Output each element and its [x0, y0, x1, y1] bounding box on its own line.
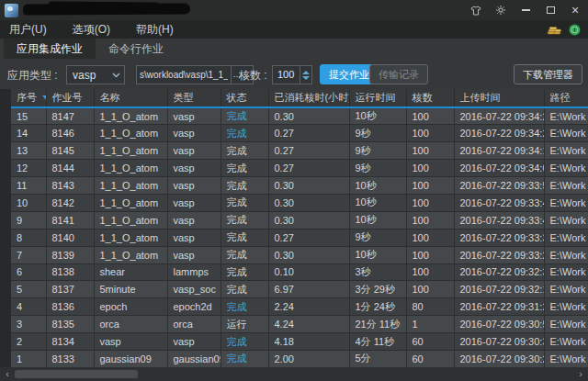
table-row[interactable]: 1181431_1_O_atomvasp完成0.3010秒1002016-07-… [11, 177, 588, 195]
cell-core-hours: 0.30 [268, 107, 349, 125]
column-header-path[interactable]: 路径 [544, 89, 588, 107]
table-row[interactable]: 68138shearlammps完成0.103秒1002016-07-22 09… [11, 263, 588, 281]
cell-path: E:\Work [544, 211, 588, 229]
cell-type: epoch2d [167, 298, 220, 316]
cell-status: 完成 [220, 281, 268, 298]
table-row[interactable]: 581375minutevasp_soc完成6.973分 29秒1002016-… [11, 281, 588, 298]
table-row[interactable]: 18133gaussian09gaussian09完成2.005分602016-… [11, 350, 588, 367]
table-row[interactable]: 1081421_1_O_atomvasp完成0.3010秒1002016-07-… [11, 194, 588, 211]
tab-app-integrated-jobs[interactable]: 应用集成作业 [4, 39, 96, 59]
cell-job-id: 8146 [46, 125, 94, 142]
cell-runtime: 9秒 [349, 125, 406, 142]
table-row[interactable]: 781391_1_O_atomvasp完成0.3010秒1002016-07-2… [11, 246, 588, 263]
cell-runtime: 10秒 [349, 211, 406, 229]
cell-upload-time: 2016-07-22 09:30:36 [454, 333, 544, 351]
cores-stepper[interactable]: 100 [272, 65, 312, 84]
cell-path: E:\Work [544, 333, 588, 351]
cell-status: 完成 [220, 350, 268, 367]
table-row[interactable]: 1381451_1_O_atomvasp完成0.279秒1002016-07-2… [11, 142, 588, 160]
cell-name: 1_1_O_atom [94, 107, 167, 125]
cell-status: 完成 [220, 107, 268, 125]
cell-path: E:\Work [544, 177, 588, 195]
app-type-value: vasp [73, 69, 96, 82]
gear-icon[interactable] [493, 3, 508, 17]
cell-no: 15 [11, 107, 46, 125]
scroll-left-icon[interactable]: ‹ [2, 368, 13, 380]
stepper-down-icon[interactable] [302, 76, 310, 80]
chevron-down-icon [112, 73, 120, 78]
cell-runtime: 10秒 [349, 177, 406, 195]
table-row[interactable]: 48136epochepoch2d完成2.241分 24秒802016-07-2… [11, 298, 588, 316]
close-icon[interactable]: × [568, 3, 582, 17]
cell-status: 完成 [220, 263, 268, 281]
table-row[interactable]: 881401_1_O_atomvasp完成0.279秒1002016-07-22… [11, 229, 588, 246]
column-header-job-id[interactable]: 作业号 [46, 89, 94, 107]
column-header-no[interactable]: 序号 [11, 89, 46, 107]
cell-name: 1_1_O_atom [94, 142, 167, 160]
column-header-name[interactable]: 名称 [94, 89, 167, 107]
menu-options[interactable]: 选项(O) [63, 20, 119, 39]
download-manager-button[interactable]: 下载管理器 [514, 64, 582, 84]
table-row[interactable]: 1581471_1_O_atomvasp完成0.3010秒1002016-07-… [11, 107, 588, 125]
cell-path: E:\Work [544, 125, 588, 142]
cell-runtime: 21分 11秒 [349, 316, 406, 333]
stepper-up-icon[interactable] [302, 71, 310, 74]
scroll-right-icon[interactable]: › [575, 368, 586, 380]
cell-path: E:\Work [544, 246, 588, 263]
menu-user[interactable]: 用户(U) [0, 20, 56, 39]
cell-core-hours: 0.27 [268, 160, 349, 177]
cell-type: lammps [167, 263, 220, 281]
cell-upload-time: 2016-07-22 09:34:21 [454, 125, 544, 142]
minimize-icon[interactable] [518, 3, 533, 17]
table-row[interactable]: 981411_1_O_atomvasp完成0.3010秒1002016-07-2… [11, 211, 588, 229]
maximize-icon[interactable] [543, 3, 558, 17]
cell-status: 完成 [220, 160, 268, 177]
cell-job-id: 8137 [46, 281, 94, 298]
column-header-core-hours[interactable]: 已消耗核时(小时) [268, 89, 349, 107]
table-row[interactable]: 1281441_1_O_atomvasp完成0.279秒1002016-07-2… [11, 160, 588, 177]
cell-cores: 100 [406, 107, 454, 125]
horizontal-scrollbar[interactable]: ‹ › [0, 367, 588, 381]
column-header-cores[interactable]: 核数 [406, 89, 454, 107]
table-row[interactable]: 28134vaspvasp完成4.184分 11秒602016-07-22 09… [11, 333, 588, 351]
column-header-type[interactable]: 类型 [167, 89, 220, 107]
app-icon [5, 4, 18, 17]
cell-cores: 60 [406, 333, 454, 351]
tab-command-line-jobs[interactable]: 命令行作业 [96, 39, 176, 59]
cell-type: vasp [167, 229, 220, 246]
cell-runtime: 3分 29秒 [349, 281, 406, 298]
theme-shirt-icon[interactable] [469, 3, 483, 17]
table-row[interactable]: 38135orcaorca运行4.2421分 11秒12016-07-22 09… [11, 316, 588, 333]
app-type-select[interactable]: vasp [66, 65, 125, 84]
transfer-log-button[interactable]: 传输记录 [369, 64, 428, 84]
cell-core-hours: 6.97 [268, 281, 349, 298]
cell-job-id: 8133 [46, 350, 94, 367]
cell-runtime: 10秒 [349, 246, 406, 263]
job-path-input[interactable] [136, 65, 232, 84]
cell-runtime: 10秒 [349, 107, 406, 125]
cell-core-hours: 0.30 [268, 211, 349, 229]
column-header-upload-time[interactable]: 上传时间 [454, 89, 544, 107]
cell-name: shear [94, 263, 167, 281]
column-header-runtime[interactable]: 运行时间 [349, 89, 406, 107]
scrollbar-thumb[interactable] [15, 370, 138, 378]
table-row[interactable]: 1481461_1_O_atomvasp完成0.279秒1002016-07-2… [11, 125, 588, 142]
cell-upload-time: 2016-07-22 09:33:56 [454, 177, 544, 195]
green-circle-icon[interactable] [569, 24, 581, 36]
cell-runtime: 9秒 [349, 160, 406, 177]
menu-help[interactable]: 帮助(H) [127, 20, 183, 39]
cell-type: vasp_soc [167, 281, 220, 298]
titlebar: × [0, 0, 588, 20]
cell-upload-time: 2016-07-22 09:33:29 [454, 246, 544, 263]
cell-name: 5minute [94, 281, 167, 298]
coins-icon[interactable] [547, 24, 561, 35]
menubar: 用户(U) 选项(O) 帮助(H) [0, 20, 588, 39]
cell-name: 1_1_O_atom [94, 125, 167, 142]
cell-core-hours: 0.27 [268, 125, 349, 142]
cell-core-hours: 2.24 [268, 298, 349, 316]
cell-cores: 100 [406, 177, 454, 195]
cell-cores: 80 [406, 298, 454, 316]
cell-status: 完成 [220, 177, 268, 195]
column-header-status[interactable]: 状态 [220, 89, 268, 107]
cell-job-id: 8134 [46, 333, 94, 351]
